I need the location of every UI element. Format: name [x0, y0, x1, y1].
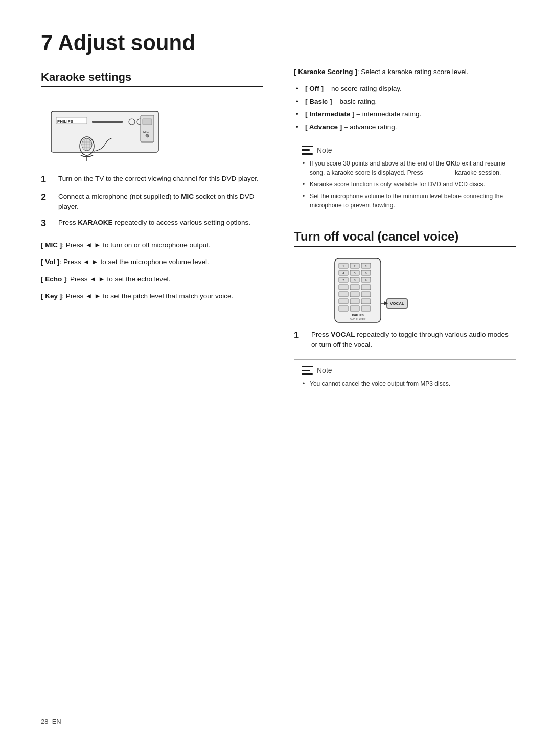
note-header-2: Note	[302, 366, 509, 375]
svg-point-9	[146, 134, 149, 137]
note-icon-1	[302, 146, 313, 155]
karaoke-scoring-intro: [ Karaoke Scoring ]: Select a karaoke ra…	[294, 66, 516, 78]
lang-label: EN	[52, 718, 61, 725]
svg-rect-40	[361, 285, 371, 290]
svg-rect-45	[350, 299, 359, 304]
left-column: 7 Adjust sound Karaoke settings PHILIPS	[41, 31, 268, 707]
page-footer: 28 EN	[41, 707, 516, 725]
svg-rect-3	[92, 121, 123, 123]
svg-rect-47	[339, 306, 348, 311]
mic-param: [ MIC ]: Press ◄ ► to turn on or off mic…	[41, 240, 263, 251]
svg-rect-46	[361, 299, 371, 304]
right-column: [ Karaoke Scoring ]: Select a karaoke ra…	[289, 31, 516, 707]
turn-off-vocal-title: Turn off vocal (cancel voice)	[294, 229, 516, 247]
svg-text:MIC: MIC	[143, 130, 149, 133]
vocal-step-1: 1 Press VOCAL repeatedly to toggle throu…	[294, 329, 516, 350]
svg-text:PHILIPS: PHILIPS	[352, 314, 363, 317]
note-box-1: Note If you score 30 points and above at…	[294, 139, 516, 219]
echo-param: [ Echo ]: Press ◄ ► to set the echo leve…	[41, 274, 263, 285]
scoring-options: [ Off ] – no score rating display. [ Bas…	[294, 84, 516, 133]
note-item-3: Set the microphone volume to the minimum…	[302, 192, 509, 210]
svg-rect-39	[350, 285, 359, 290]
option-advance: [ Advance ] – advance rating.	[294, 122, 516, 132]
note-item-1: If you score 30 points and above at the …	[302, 159, 509, 177]
step-3: 3 Press KARAOKE repeatedly to access var…	[41, 218, 263, 230]
note-header-1: Note	[302, 146, 509, 155]
chapter-number: 7	[41, 31, 53, 55]
svg-rect-38	[339, 285, 348, 290]
note-box-2: Note You cannot cancel the voice output …	[294, 359, 516, 397]
page: 7 Adjust sound Karaoke settings PHILIPS	[0, 0, 552, 756]
remote-diagram: 1 2 3 4 5 6 7 8 9	[325, 256, 406, 322]
vocal-steps: 1 Press VOCAL repeatedly to toggle throu…	[294, 329, 516, 350]
chapter-title: 7 Adjust sound	[41, 31, 263, 55]
svg-rect-41	[339, 292, 348, 297]
svg-rect-42	[350, 292, 359, 297]
option-off: [ Off ] – no score rating display.	[294, 84, 516, 94]
svg-text:PHILIPS: PHILIPS	[57, 119, 74, 124]
svg-rect-48	[350, 306, 359, 311]
dvd-player-diagram: PHILIPS MIC	[46, 96, 179, 162]
key-param: [ Key ]: Press ◄ ► to set the pitch leve…	[41, 291, 263, 302]
note-label-2: Note	[317, 366, 332, 374]
option-intermediate: [ Intermediate ] – intermediate rating.	[294, 109, 516, 120]
option-basic: [ Basic ] – basic rating.	[294, 97, 516, 107]
step-2: 2 Connect a microphone (not supplied) to…	[41, 192, 263, 212]
karaoke-steps: 1 Turn on the TV to the correct viewing …	[41, 174, 263, 230]
note-list-2: You cannot cancel the voice output from …	[302, 379, 509, 388]
svg-rect-44	[339, 299, 348, 304]
svg-rect-43	[361, 292, 371, 297]
svg-rect-7	[143, 119, 152, 125]
note-item-4: You cannot cancel the voice output from …	[302, 379, 509, 388]
note-icon-2	[302, 366, 313, 375]
note-list-1: If you score 30 points and above at the …	[302, 159, 509, 210]
page-number: 28	[41, 718, 48, 725]
note-item-2: Karaoke score function is only available…	[302, 180, 509, 189]
vol-param: [ Vol ]: Press ◄ ► to set the microphone…	[41, 256, 263, 268]
svg-text:DVD PLAYER: DVD PLAYER	[350, 318, 366, 321]
step-1: 1 Turn on the TV to the correct viewing …	[41, 174, 263, 186]
svg-rect-49	[361, 306, 371, 311]
karaoke-section-title: Karaoke settings	[41, 70, 263, 87]
note-label-1: Note	[317, 146, 332, 154]
chapter-title-text: Adjust sound	[58, 31, 195, 55]
svg-text:VOCAL: VOCAL	[390, 301, 404, 306]
